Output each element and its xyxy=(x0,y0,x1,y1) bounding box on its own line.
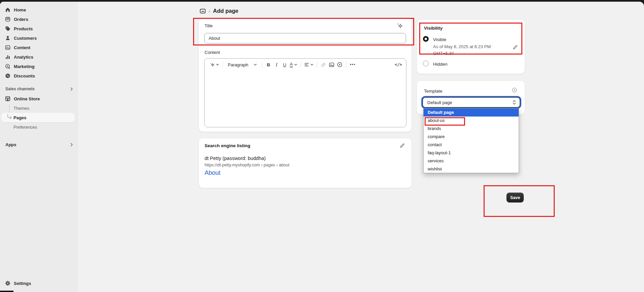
marketing-icon xyxy=(5,63,11,69)
customers-icon xyxy=(5,35,11,41)
sidebar-item-pages[interactable]: Pages xyxy=(1,113,75,122)
toolbar-divider xyxy=(317,62,317,68)
toolbar-divider xyxy=(301,62,301,68)
sidebar-item-products[interactable]: Products xyxy=(1,24,75,33)
chevron-right-icon xyxy=(70,143,73,147)
theme-preview-eye-icon[interactable] xyxy=(512,87,517,93)
code-view-button[interactable]: </> xyxy=(395,62,402,67)
sidebar-item-preferences[interactable]: Preferences xyxy=(1,122,75,132)
apps-header[interactable]: Apps xyxy=(5,140,73,149)
products-icon xyxy=(5,26,11,32)
save-button[interactable]: Save xyxy=(507,193,524,202)
ai-sparkle-icon[interactable] xyxy=(396,23,403,29)
paragraph-style-dropdown[interactable]: Paragraph xyxy=(225,60,259,69)
hidden-label: Hidden xyxy=(433,62,448,67)
template-option-default-page[interactable]: Default page xyxy=(424,108,519,117)
select-updown-icon xyxy=(512,100,516,105)
editor-toolbar: Paragraph B I U A xyxy=(205,59,406,71)
sidebar-item-label: Orders xyxy=(14,17,28,22)
online-store-icon xyxy=(5,96,11,102)
sales-channels-header[interactable]: Sales channels xyxy=(5,85,73,93)
sidebar-item-discounts[interactable]: Discounts xyxy=(1,71,75,80)
sidebar-item-online-store[interactable]: Online Store xyxy=(1,94,75,103)
text-color-button[interactable]: A xyxy=(289,60,298,69)
sidebar-item-customers[interactable]: Customers xyxy=(1,33,75,43)
sidebar-item-label: Themes xyxy=(13,106,29,111)
sidebar-item-label: Customers xyxy=(14,36,37,41)
edit-seo-pencil-icon[interactable] xyxy=(400,143,405,148)
sidebar-item-label: Settings xyxy=(14,281,31,286)
seo-card-title: Search engine listing xyxy=(205,143,250,148)
template-option-brands[interactable]: brands xyxy=(424,125,519,133)
sidebar-item-label: Preferences xyxy=(13,125,37,130)
sidebar-item-label: Content xyxy=(14,45,30,50)
seo-page-link[interactable]: About xyxy=(205,169,220,176)
chevron-down-icon xyxy=(216,64,219,66)
visible-note-line2: GMT+5:30 xyxy=(433,51,454,56)
analytics-icon xyxy=(5,54,11,60)
hidden-radio[interactable] xyxy=(423,61,429,66)
link-icon[interactable] xyxy=(319,60,328,69)
chevron-down-icon xyxy=(254,64,257,66)
template-option-about-us[interactable]: about-us xyxy=(424,117,519,125)
rich-text-editor: Paragraph B I U A xyxy=(204,58,406,127)
insert-video-button[interactable] xyxy=(336,60,344,69)
template-option-faq-layout-1[interactable]: faq-layout-1 xyxy=(424,149,519,157)
pages-icon[interactable] xyxy=(200,8,206,14)
visible-note-line1: As of May 8, 2025 at 6:23 PM xyxy=(433,44,491,49)
bold-button[interactable]: B xyxy=(265,60,273,69)
template-dropdown: Default page about-us brands compare con… xyxy=(423,108,519,173)
template-option-compare[interactable]: compare xyxy=(424,133,519,141)
gear-icon xyxy=(5,280,11,286)
sidebar-item-orders[interactable]: Orders xyxy=(1,14,75,24)
home-icon xyxy=(5,7,11,13)
sidebar-item-label: Discounts xyxy=(14,73,35,78)
chevron-down-icon xyxy=(294,64,297,66)
template-option-contact[interactable]: contact xyxy=(424,141,519,149)
content-icon xyxy=(5,44,11,51)
editor-body[interactable] xyxy=(205,71,406,127)
sidebar-item-marketing[interactable]: Marketing xyxy=(1,62,75,71)
underline-button[interactable]: U xyxy=(281,60,289,69)
template-option-services[interactable]: services xyxy=(424,157,519,165)
apps-label: Apps xyxy=(5,142,17,147)
visibility-title: Visibility xyxy=(424,26,442,31)
toolbar-divider xyxy=(262,62,262,68)
title-input[interactable] xyxy=(204,33,406,43)
toolbar-divider xyxy=(222,62,223,68)
seo-url-line: https://dt-petty.myshopify.com › pages ›… xyxy=(205,163,289,167)
sidebar-item-label: Home xyxy=(14,7,26,12)
sidebar-item-label: Products xyxy=(14,26,33,31)
sales-channels-label: Sales channels xyxy=(5,87,35,91)
sidebar-item-analytics[interactable]: Analytics xyxy=(1,52,75,62)
template-selected-value: Default page xyxy=(427,100,452,105)
sidebar-item-themes[interactable]: Themes xyxy=(1,103,75,113)
page-title: Add page xyxy=(213,8,238,14)
insert-image-button[interactable] xyxy=(328,60,336,69)
sidebar-item-content[interactable]: Content xyxy=(1,43,75,52)
seo-site-line: dt Petty (password: buddha) xyxy=(205,156,266,161)
template-select[interactable]: Default page xyxy=(422,97,520,108)
sidebar-item-label: Marketing xyxy=(14,64,34,69)
edit-visibility-pencil-icon[interactable] xyxy=(513,44,518,50)
breadcrumb: › Add page xyxy=(200,8,238,14)
visible-label: Visible xyxy=(433,37,447,42)
toolbar-divider xyxy=(346,62,346,68)
alignment-button[interactable] xyxy=(303,60,314,69)
discounts-icon xyxy=(5,73,11,79)
visible-radio[interactable] xyxy=(423,36,429,42)
orders-icon xyxy=(5,16,11,22)
sidebar-item-settings[interactable]: Settings xyxy=(1,279,75,288)
breadcrumb-separator: › xyxy=(209,8,210,13)
chevron-down-icon xyxy=(310,64,313,66)
italic-button[interactable]: I xyxy=(273,60,281,69)
ai-magic-button[interactable] xyxy=(209,60,220,69)
sidebar-item-label: Pages xyxy=(13,115,26,120)
more-options-button[interactable]: ••• xyxy=(349,60,357,69)
bottom-scroll-indicator xyxy=(0,291,13,292)
template-label: Template xyxy=(424,89,442,94)
chevron-right-icon xyxy=(70,87,73,91)
template-option-wishlist[interactable]: wishlist xyxy=(424,165,519,173)
sidebar-item-home[interactable]: Home xyxy=(1,5,75,14)
sidebar-item-label: Online Store xyxy=(14,96,40,101)
